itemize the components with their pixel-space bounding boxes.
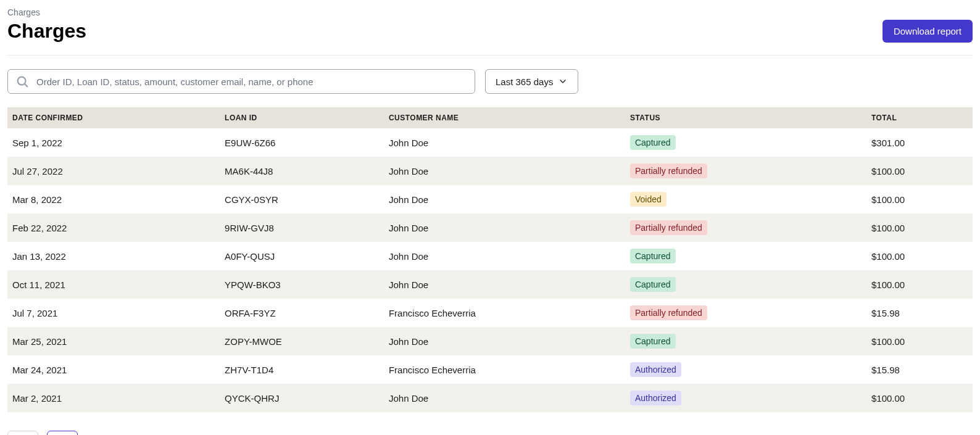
table-row[interactable]: Sep 1, 2022E9UW-6Z66John DoeCaptured$301… [7,128,973,157]
cell-date: Feb 22, 2022 [7,213,220,242]
header-row: Charges Download report [7,20,973,43]
search-input[interactable] [36,77,467,87]
status-badge: Captured [630,277,676,292]
date-filter-dropdown[interactable]: Last 365 days [485,69,578,94]
cell-status: Captured [625,327,866,355]
cell-loan-id: QYCK-QHRJ [220,384,384,412]
cell-customer: John Doe [384,384,625,412]
cell-loan-id: ZOPY-MWOE [220,327,384,355]
header-loan-id[interactable]: LOAN ID [220,107,384,128]
table-header-row: DATE CONFIRMED LOAN ID CUSTOMER NAME STA… [7,107,973,128]
status-badge: Partially refunded [630,164,707,178]
cell-loan-id: YPQW-BKO3 [220,270,384,299]
header-date-confirmed[interactable]: DATE CONFIRMED [7,107,220,128]
cell-total: $100.00 [866,270,973,299]
page-title: Charges [7,20,86,43]
cell-status: Authorized [625,355,866,384]
date-filter-label: Last 365 days [496,77,553,87]
table-row[interactable]: Jul 27, 2022MA6K-44J8John DoePartially r… [7,157,973,185]
cell-total: $100.00 [866,213,973,242]
cell-status: Partially refunded [625,157,866,185]
table-row[interactable]: Mar 25, 2021ZOPY-MWOEJohn DoeCaptured$10… [7,327,973,355]
cell-total: $100.00 [866,327,973,355]
controls-row: Last 365 days [7,69,973,94]
cell-date: Mar 25, 2021 [7,327,220,355]
cell-loan-id: A0FY-QUSJ [220,242,384,270]
cell-status: Partially refunded [625,299,866,327]
search-icon [15,75,29,88]
cell-customer: John Doe [384,270,625,299]
cell-customer: Francisco Echeverria [384,299,625,327]
cell-customer: Francisco Echeverria [384,355,625,384]
status-badge: Captured [630,334,676,349]
cell-status: Captured [625,270,866,299]
search-box[interactable] [7,69,475,94]
charges-table: DATE CONFIRMED LOAN ID CUSTOMER NAME STA… [7,107,973,412]
header-customer-name[interactable]: CUSTOMER NAME [384,107,625,128]
cell-total: $15.98 [866,355,973,384]
cell-loan-id: 9RIW-GVJ8 [220,213,384,242]
cell-date: Mar 2, 2021 [7,384,220,412]
cell-customer: John Doe [384,185,625,213]
cell-loan-id: E9UW-6Z66 [220,128,384,157]
cell-customer: John Doe [384,327,625,355]
cell-date: Jul 7, 2021 [7,299,220,327]
table-row[interactable]: Oct 11, 2021YPQW-BKO3John DoeCaptured$10… [7,270,973,299]
cell-total: $15.98 [866,299,973,327]
cell-customer: John Doe [384,242,625,270]
prev-page-button[interactable] [7,431,38,435]
status-badge: Partially refunded [630,220,707,235]
cell-customer: John Doe [384,128,625,157]
cell-customer: John Doe [384,213,625,242]
cell-date: Mar 8, 2022 [7,185,220,213]
cell-status: Captured [625,128,866,157]
table-row[interactable]: Feb 22, 20229RIW-GVJ8John DoePartially r… [7,213,973,242]
cell-loan-id: ZH7V-T1D4 [220,355,384,384]
header-status[interactable]: STATUS [625,107,866,128]
cell-loan-id: ORFA-F3YZ [220,299,384,327]
cell-date: Jan 13, 2022 [7,242,220,270]
table-row[interactable]: Mar 2, 2021QYCK-QHRJJohn DoeAuthorized$1… [7,384,973,412]
table-row[interactable]: Jul 7, 2021ORFA-F3YZFrancisco Echeverria… [7,299,973,327]
cell-date: Sep 1, 2022 [7,128,220,157]
breadcrumb[interactable]: Charges [7,7,973,17]
status-badge: Partially refunded [630,305,707,320]
cell-total: $100.00 [866,185,973,213]
cell-status: Authorized [625,384,866,412]
download-report-button[interactable]: Download report [882,20,973,43]
status-badge: Captured [630,249,676,263]
cell-total: $100.00 [866,157,973,185]
table-row[interactable]: Jan 13, 2022A0FY-QUSJJohn DoeCaptured$10… [7,242,973,270]
cell-status: Partially refunded [625,213,866,242]
cell-total: $301.00 [866,128,973,157]
cell-total: $100.00 [866,384,973,412]
pagination [7,431,973,435]
table-row[interactable]: Mar 8, 2022CGYX-0SYRJohn DoeVoided$100.0… [7,185,973,213]
divider [7,55,973,56]
status-badge: Authorized [630,391,681,405]
cell-date: Mar 24, 2021 [7,355,220,384]
svg-line-1 [25,84,27,86]
cell-customer: John Doe [384,157,625,185]
cell-loan-id: CGYX-0SYR [220,185,384,213]
cell-status: Voided [625,185,866,213]
cell-date: Oct 11, 2021 [7,270,220,299]
cell-status: Captured [625,242,866,270]
chevron-down-icon [558,77,568,86]
table-row[interactable]: Mar 24, 2021ZH7V-T1D4Francisco Echeverri… [7,355,973,384]
status-badge: Authorized [630,362,681,377]
header-total[interactable]: TOTAL [866,107,973,128]
status-badge: Voided [630,192,666,207]
next-page-button[interactable] [47,431,78,435]
cell-date: Jul 27, 2022 [7,157,220,185]
cell-total: $100.00 [866,242,973,270]
status-badge: Captured [630,135,676,150]
cell-loan-id: MA6K-44J8 [220,157,384,185]
